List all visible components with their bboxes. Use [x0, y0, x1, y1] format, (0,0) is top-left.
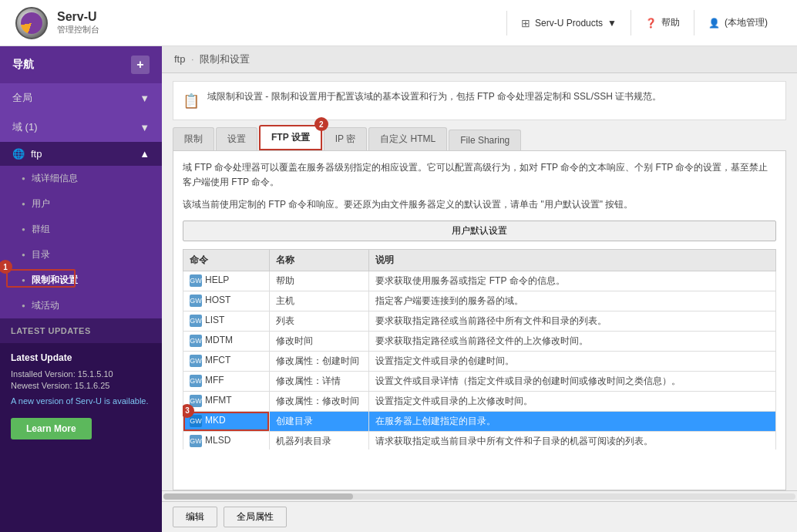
annotation-1: 1: [0, 260, 12, 274]
dropdown-icon: ▼: [607, 18, 617, 29]
user-button[interactable]: 👤 (本地管理): [694, 10, 782, 35]
latest-updates-header: Latest Updates: [0, 318, 162, 343]
command-table-scroll[interactable]: 命令 名称 说明 GWHELP帮助要求获取使用服务器或指定 FTP 命令的信息。…: [183, 249, 776, 450]
bullet-icon: ●: [22, 277, 25, 284]
desc-cell: 设置指定文件或目录的创建时间。: [369, 351, 776, 371]
item-label: 群组: [32, 223, 50, 236]
cmd-cell: GWMLSD: [183, 431, 270, 450]
table-row[interactable]: GWLIST列表要求获取指定路径或当前路径中所有文件和目录的列表。: [183, 311, 776, 331]
table-row[interactable]: GWMDTM修改时间要求获取指定路径或当前路径文件的上次修改时间。: [183, 331, 776, 351]
table-row[interactable]: GWMKD3创建目录在服务器上创建指定的目录。: [183, 411, 776, 431]
cmd-cell: GWHOST: [183, 291, 270, 311]
tab-custom-html[interactable]: 自定义 HTML: [368, 127, 447, 150]
cmd-icon: GW: [190, 355, 202, 367]
sidebar-item-domain-detail[interactable]: ● 域详细信息: [0, 166, 162, 191]
sidebar-item-directories[interactable]: ● 目录: [0, 242, 162, 268]
desc-cell: 指定客户端要连接到的服务器的域。: [369, 291, 776, 311]
item-label: 限制和设置: [32, 274, 78, 287]
cmd-cell: GWMKD3: [183, 411, 270, 431]
user-label: (本地管理): [725, 16, 768, 29]
table-row[interactable]: GWMFCT修改属性：创建时间设置指定文件或目录的创建时间。: [183, 351, 776, 371]
col-name: 名称: [270, 249, 369, 271]
update-message[interactable]: A new version of Serv-U is available.: [11, 396, 151, 406]
annotation-3: 3: [183, 404, 194, 418]
cmd-cell: GWMDTM: [183, 331, 270, 351]
bullet-icon: ●: [22, 200, 25, 207]
cmd-cell: GWMFF: [183, 371, 270, 391]
breadcrumb-ftp: ftp: [174, 53, 185, 65]
name-cell: 修改属性：创建时间: [270, 351, 369, 371]
default-settings-button[interactable]: 用户默认设置: [183, 221, 776, 241]
user-icon: 👤: [708, 18, 720, 29]
brand-area: Serv-U 管理控制台: [15, 7, 99, 39]
name-cell: 修改属性：详情: [270, 371, 369, 391]
sidebar-section-domain[interactable]: 域 (1) ▼: [0, 113, 162, 142]
bottom-bar: 编辑 全局属性: [162, 501, 797, 532]
tab-limits[interactable]: 限制: [173, 127, 214, 150]
main-layout: 导航 + 全局 ▼ 域 (1) ▼ 🌐 ftp ▲ ● 域详细信息 ● 用户: [0, 46, 797, 532]
tab-ftp-label: FTP 设置: [271, 132, 310, 143]
name-cell: 创建目录: [270, 411, 369, 431]
nav-header: 导航 +: [0, 46, 162, 83]
grid-icon: ⊞: [521, 17, 530, 29]
ftp-collapse-icon: ▲: [140, 148, 150, 160]
name-cell: 机器列表目录: [270, 431, 369, 450]
table-row[interactable]: GWHELP帮助要求获取使用服务器或指定 FTP 命令的信息。: [183, 271, 776, 291]
table-row[interactable]: GWMFMT修改属性：修改时间设置指定文件或目录的上次修改时间。: [183, 391, 776, 411]
global-props-button[interactable]: 全局属性: [224, 507, 287, 527]
col-command: 命令: [183, 249, 270, 271]
ftp-desc-1: 域 FTP 命令处理器可以覆盖在服务器级别指定的相应设置。它可以配置高级行为，如…: [183, 160, 776, 190]
command-table: 命令 名称 说明 GWHELP帮助要求获取使用服务器或指定 FTP 命令的信息。…: [183, 249, 776, 450]
cmd-cell: GWMFMT: [183, 391, 270, 411]
header-actions: ⊞ Serv-U Products ▼ ❓ 帮助 👤 (本地管理): [506, 10, 782, 35]
global-label: 全局: [12, 91, 32, 105]
scrollbar-thumb[interactable]: [163, 493, 353, 500]
scrollbar-track: [163, 493, 795, 500]
tab-file-sharing[interactable]: File Sharing: [449, 130, 521, 150]
sidebar-item-limits[interactable]: ● 限制和设置 1: [0, 268, 162, 293]
cmd-icon: GW: [190, 435, 202, 447]
edit-button[interactable]: 编辑: [173, 507, 217, 527]
bullet-icon: ●: [22, 302, 25, 309]
sidebar-section-global[interactable]: 全局 ▼: [0, 83, 162, 113]
top-header: Serv-U 管理控制台 ⊞ Serv-U Products ▼ ❓ 帮助 👤 …: [0, 0, 797, 46]
name-cell: 列表: [270, 311, 369, 331]
desc-cell: 要求获取使用服务器或指定 FTP 命令的信息。: [369, 271, 776, 291]
sidebar-item-activity[interactable]: ● 域活动: [0, 293, 162, 318]
tab-ip[interactable]: IP 密: [324, 127, 367, 150]
help-button[interactable]: ❓ 帮助: [631, 10, 694, 35]
logo-inner: [21, 12, 42, 34]
cmd-icon: GW: [190, 335, 202, 347]
cmd-icon: GW: [190, 295, 202, 307]
desc-cell: 请求获取指定或当前目录中所有文件和子目录的机器可阅读的列表。: [369, 431, 776, 450]
annotation-2: 2: [314, 117, 328, 131]
ftp-desc-2: 该域当前使用定制的 FTP 命令和响应。要还原为由文件服务器定义的默认设置，请单…: [183, 197, 776, 212]
nav-label: 导航: [12, 58, 34, 72]
sidebar-item-users[interactable]: ● 用户: [0, 191, 162, 217]
name-cell: 帮助: [270, 271, 369, 291]
plus-icon: +: [136, 58, 143, 72]
breadcrumb-sep: ·: [191, 53, 197, 65]
products-button[interactable]: ⊞ Serv-U Products ▼: [506, 11, 631, 35]
tab-settings[interactable]: 设置: [216, 127, 257, 150]
cmd-icon: GW: [190, 415, 202, 427]
domain-label: 域 (1): [12, 120, 38, 134]
add-button[interactable]: +: [131, 56, 150, 74]
sidebar: 导航 + 全局 ▼ 域 (1) ▼ 🌐 ftp ▲ ● 域详细信息 ● 用户: [0, 46, 162, 532]
ftp-section-header[interactable]: 🌐 ftp ▲: [0, 142, 162, 166]
table-row[interactable]: GWMLSD机器列表目录请求获取指定或当前目录中所有文件和子目录的机器可阅读的列…: [183, 431, 776, 450]
learn-more-button[interactable]: Learn More: [11, 418, 92, 439]
ftp-expand-icon: 🌐: [12, 148, 25, 160]
horizontal-scrollbar[interactable]: [162, 490, 797, 501]
item-label: 用户: [32, 197, 50, 210]
tab-ftp-settings[interactable]: FTP 设置 2: [259, 125, 322, 150]
cmd-icon: GW: [190, 274, 202, 287]
installed-version: Installed Version: 15.1.5.10: [11, 369, 151, 379]
sidebar-item-groups[interactable]: ● 群组: [0, 217, 162, 242]
table-row[interactable]: GWHOST主机指定客户端要连接到的服务器的域。: [183, 291, 776, 311]
table-row[interactable]: GWMFF修改属性：详情设置文件或目录详情（指定文件或目录的创建时间或修改时间之…: [183, 371, 776, 391]
bullet-icon: ●: [22, 251, 25, 258]
name-cell: 修改时间: [270, 331, 369, 351]
newest-version: Newest Version: 15.1.6.25: [11, 381, 151, 390]
tab-content: 域 FTP 命令处理器可以覆盖在服务器级别指定的相应设置。它可以配置高级行为，如…: [173, 150, 786, 490]
